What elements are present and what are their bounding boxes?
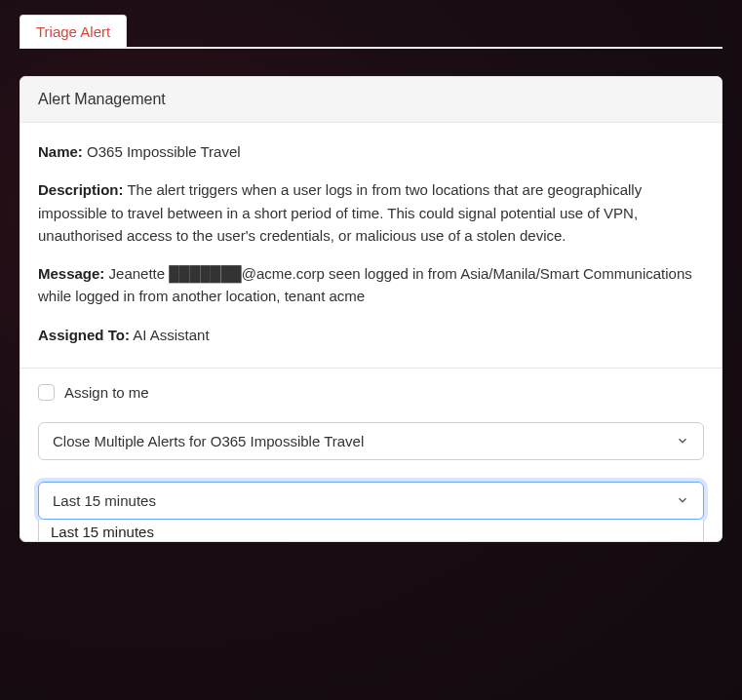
field-assigned-to: Assigned To: AI Assistant [38,324,704,346]
tab-label: Triage Alert [36,23,110,40]
card-body: Name: O365 Impossible Travel Description… [20,123,722,368]
assigned-to-label: Assigned To: [38,327,130,343]
name-value: O365 Impossible Travel [87,143,241,160]
chevron-down-icon [676,434,689,447]
time-range-wrap: Last 15 minutes Last 15 minuteslast 1 ho… [38,482,704,520]
tab-triage-alert[interactable]: Triage Alert [20,15,127,48]
alert-management-card: Alert Management Name: O365 Impossible T… [20,76,722,542]
time-range-selected: Last 15 minutes [53,492,156,509]
time-range-option[interactable]: Last 15 minutes [39,520,703,542]
description-value: The alert triggers when a user logs in f… [38,181,642,244]
chevron-down-icon [676,493,689,507]
close-multiple-value: Close Multiple Alerts for O365 Impossibl… [53,433,364,449]
name-label: Name: [38,143,83,160]
field-message: Message: Jeanette ███████@acme.corp seen… [38,262,704,308]
assigned-to-value: AI Assistant [133,327,209,343]
time-range-dropdown-list[interactable]: Last 15 minuteslast 1 hourLast 8 hoursLa… [38,520,704,542]
tabs-row: Triage Alert [20,14,722,49]
card-header: Alert Management [20,77,722,123]
message-value: Jeanette ███████@acme.corp seen logged i… [38,265,692,304]
card-actions: Assign to me Close Multiple Alerts for O… [20,368,722,541]
close-multiple-select[interactable]: Close Multiple Alerts for O365 Impossibl… [38,422,704,460]
message-label: Message: [38,265,104,282]
time-range-select[interactable]: Last 15 minutes [38,482,704,520]
description-label: Description: [38,181,124,198]
field-description: Description: The alert triggers when a u… [38,178,704,247]
assign-to-me-label: Assign to me [64,384,149,401]
card-title: Alert Management [38,91,166,107]
assign-to-me-row[interactable]: Assign to me [38,384,704,401]
field-name: Name: O365 Impossible Travel [38,140,704,163]
assign-to-me-checkbox[interactable] [38,384,55,401]
